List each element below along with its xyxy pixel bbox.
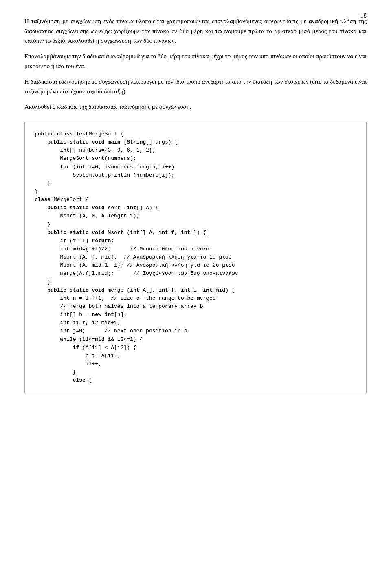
- paragraph-3: Η διαδικασία ταξινόμησης με συγχώνευση λ…: [24, 77, 367, 96]
- paragraph-1: Η ταξινόμηση με συγχώνευση ενός πίνακα υ…: [24, 16, 367, 46]
- paragraph-2: Επαναλαμβάνουμε την διαδικασία αναδρομικ…: [24, 51, 367, 71]
- code-block: public class TestMergeSort { public stat…: [24, 122, 367, 393]
- page-number: 18: [360, 12, 367, 19]
- paragraph-4: Ακολουθεί ο κώδικας της διαδικασίας ταξι…: [24, 102, 367, 112]
